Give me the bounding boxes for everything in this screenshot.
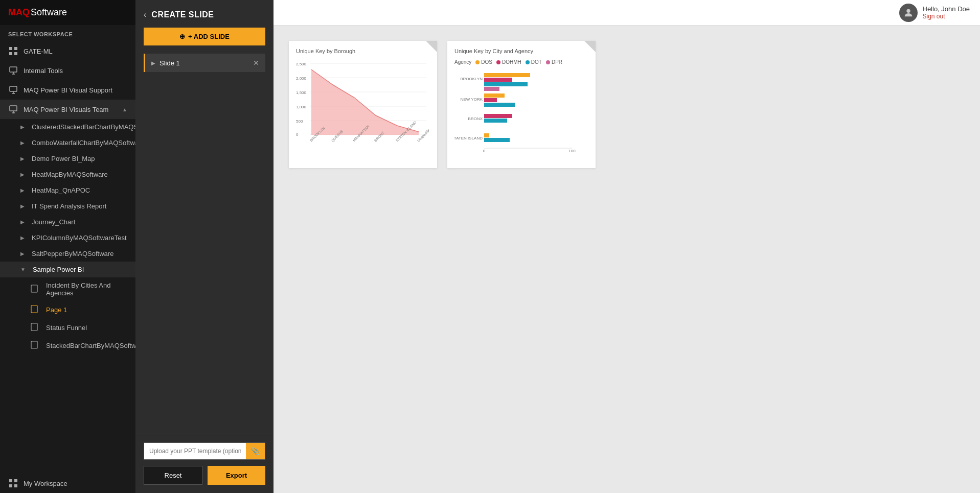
slide-1-label: Slide 1 xyxy=(159,59,180,67)
sidebar-page-incident[interactable]: Incident By Cities And Agencies xyxy=(0,277,135,301)
upload-input-row: 📎 xyxy=(144,442,265,460)
legend-dpr-label: DPR xyxy=(552,59,562,65)
sidebar-item-my-workspace[interactable]: My Workspace xyxy=(0,474,135,493)
svg-rect-50 xyxy=(484,98,497,102)
export-button[interactable]: Export xyxy=(208,466,265,485)
legend-dos-dot xyxy=(475,60,480,64)
upload-ppt-input[interactable] xyxy=(144,443,246,459)
area-chart-svg: 2,500 2,000 1,500 1,000 500 0 xyxy=(296,59,429,146)
svg-rect-53 xyxy=(484,119,507,123)
reset-button[interactable]: Reset xyxy=(144,466,202,485)
sidebar-sub-item-demo[interactable]: ▶ Demo Power BI_Map xyxy=(0,151,135,167)
sidebar-sub-item-combo[interactable]: ▶ ComboWaterfallChartByMAQSoftware xyxy=(0,135,135,151)
svg-text:BRONX: BRONX xyxy=(468,116,483,121)
sidebar-sub-item-salt[interactable]: ▶ SaltPepperByMAQSoftware xyxy=(0,246,135,262)
svg-rect-52 xyxy=(484,114,512,118)
chart-title-1: Unique Key by Borough xyxy=(296,48,430,54)
svg-text:1,000: 1,000 xyxy=(296,105,307,109)
monitor-icon-1 xyxy=(8,65,18,76)
back-button[interactable]: ‹ xyxy=(144,10,146,19)
sidebar-page-status-label: Status Funnel xyxy=(46,324,87,332)
sidebar-item-maq-visual-support[interactable]: MAQ Power BI Visual Support xyxy=(0,80,135,100)
sidebar-sub-item-combo-label: ComboWaterfallChartByMAQSoftware xyxy=(32,139,135,147)
hello-text: Hello, John Doe xyxy=(923,5,970,13)
page-file-icon-2 xyxy=(31,305,38,315)
svg-text:NEW YORK: NEW YORK xyxy=(461,97,483,102)
chart-card-2: Unique Key by City and Agency Agency DOS… xyxy=(447,41,596,168)
paperclip-icon: 📎 xyxy=(251,447,260,455)
sidebar-item-maq-visuals-team-label: MAQ Power BI Visuals Team xyxy=(24,106,108,113)
sidebar-sub-item-it-spend-label: IT Spend Analysis Report xyxy=(32,202,106,210)
chart-legend: Agency DOS DOHMH DOT DPR xyxy=(454,59,588,65)
sidebar-sub-item-sample-label: Sample Power BI xyxy=(33,266,84,273)
chevron-right-icon-7: ▶ xyxy=(20,219,25,225)
svg-marker-34 xyxy=(311,69,419,135)
grid-icon xyxy=(8,46,18,56)
plus-circle-icon: ⊕ xyxy=(179,33,185,40)
svg-rect-10 xyxy=(10,106,17,111)
svg-rect-13 xyxy=(31,285,37,292)
select-workspace-label: SELECT WORKSPACE xyxy=(0,25,135,41)
sidebar-page-page1-label: Page 1 xyxy=(46,306,67,314)
avatar xyxy=(899,4,918,22)
monitor-icon-2 xyxy=(8,85,18,95)
svg-rect-1 xyxy=(14,47,17,50)
top-bar: Hello, John Doe Sign out xyxy=(274,0,980,26)
sidebar-sub-item-clustered[interactable]: ▶ ClusteredStackedBarChartByMAQSoftware xyxy=(0,119,135,135)
svg-rect-46 xyxy=(484,78,512,82)
sidebar-sub-item-journey[interactable]: ▶ Journey_Chart xyxy=(0,214,135,230)
chevron-down-icon-2: ▼ xyxy=(20,267,26,272)
legend-dot-dot xyxy=(526,60,530,64)
slide-1-item[interactable]: ▶ Slide 1 ✕ xyxy=(144,54,265,72)
sidebar-sub-item-sample[interactable]: ▼ Sample Power BI xyxy=(0,262,135,277)
sidebar-page-stacked[interactable]: StackedBarChartByMAQSoftware xyxy=(0,337,135,355)
upload-icon-button[interactable]: 📎 xyxy=(246,443,265,459)
legend-dohmh-label: DOHMH xyxy=(502,59,521,65)
sidebar-item-gate-ml-label: GATE-ML xyxy=(24,48,53,55)
charts-area: Unique Key by Borough 2,500 2,000 1,500 … xyxy=(274,26,980,493)
svg-rect-54 xyxy=(484,133,489,137)
legend-dot-agency: DOT xyxy=(526,59,542,65)
user-info: Hello, John Doe Sign out xyxy=(899,4,970,22)
chevron-right-icon-4: ▶ xyxy=(20,172,25,177)
sidebar-item-internal-tools[interactable]: Internal Tools xyxy=(0,61,135,80)
svg-rect-4 xyxy=(10,67,17,72)
chevron-right-icon-1: ▶ xyxy=(20,124,25,130)
legend-dohmh: DOHMH xyxy=(496,59,521,65)
create-slide-title: CREATE SLIDE xyxy=(151,10,214,19)
sidebar-sub-item-kpi[interactable]: ▶ KPIColumnByMAQSoftwareTest xyxy=(0,230,135,246)
page-file-icon-1 xyxy=(31,285,38,294)
chart-title-2: Unique Key by City and Agency xyxy=(454,48,588,54)
sidebar-page-incident-label: Incident By Cities And Agencies xyxy=(46,281,127,297)
signout-link[interactable]: Sign out xyxy=(923,13,970,20)
chevron-right-icon-3: ▶ xyxy=(20,156,25,161)
sidebar-header: MAQSoftware xyxy=(0,0,135,25)
sidebar-sub-item-heatmap[interactable]: ▶ HeatMapByMAQSoftware xyxy=(0,167,135,182)
sidebar-sub-item-heatmap-qnapoc[interactable]: ▶ HeatMap_QnAPOC xyxy=(0,182,135,198)
svg-text:0: 0 xyxy=(296,132,299,137)
slide-close-button[interactable]: ✕ xyxy=(253,59,259,67)
sidebar-item-maq-visuals-team[interactable]: MAQ Power BI Visuals Team ▲ xyxy=(0,100,135,119)
logo-software: Software xyxy=(31,7,67,17)
add-slide-button[interactable]: ⊕ + ADD SLIDE xyxy=(144,28,265,45)
sidebar-item-gate-ml[interactable]: GATE-ML xyxy=(0,41,135,61)
main-content: Hello, John Doe Sign out Unique Key by B… xyxy=(274,0,980,493)
svg-rect-47 xyxy=(484,82,528,86)
svg-text:STATEN ISLAND: STATEN ISLAND xyxy=(454,136,483,140)
sidebar-sub-item-salt-label: SaltPepperByMAQSoftware xyxy=(32,250,113,257)
middle-bottom: 📎 Reset Export xyxy=(135,434,274,493)
action-buttons: Reset Export xyxy=(144,466,265,485)
sidebar-sub-item-demo-label: Demo Power BI_Map xyxy=(32,155,95,162)
bar-chart-svg: BROOKLYN NEW YORK BRONX STATEN ISLAND xyxy=(454,69,577,153)
sidebar-item-maq-visual-support-label: MAQ Power BI Visual Support xyxy=(24,86,112,94)
area-chart: 2,500 2,000 1,500 1,000 500 0 xyxy=(296,59,430,151)
sidebar-sub-item-it-spend[interactable]: ▶ IT Spend Analysis Report xyxy=(0,198,135,214)
sidebar-item-my-workspace-label: My Workspace xyxy=(24,480,67,487)
sidebar-page-page1[interactable]: Page 1 xyxy=(0,301,135,319)
legend-dos-label: DOS xyxy=(481,59,492,65)
svg-rect-16 xyxy=(31,341,37,348)
chevron-right-icon-2: ▶ xyxy=(20,140,25,146)
sidebar-page-status[interactable]: Status Funnel xyxy=(0,319,135,337)
add-slide-label: + ADD SLIDE xyxy=(188,33,230,40)
svg-text:500: 500 xyxy=(296,119,303,124)
